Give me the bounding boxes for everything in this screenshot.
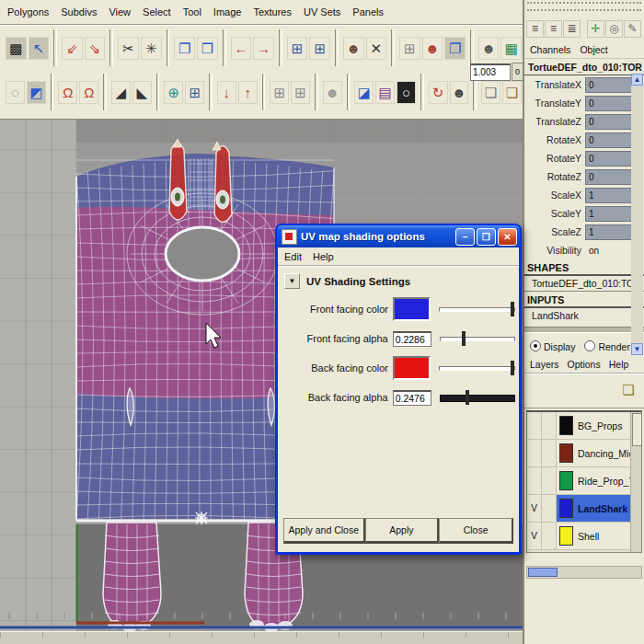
layer-visibility-cell[interactable]: V — [527, 523, 542, 549]
layout-grid-icon[interactable]: ⊞ — [185, 81, 204, 104]
layer-visibility-cell[interactable] — [527, 412, 542, 439]
menu-uv-sets[interactable]: UV Sets — [304, 6, 340, 17]
uv-texture-view-icon[interactable]: ▩ — [6, 37, 27, 60]
back-alpha-input[interactable] — [393, 390, 431, 406]
update-psd-icon[interactable]: ☻ — [450, 81, 469, 104]
maximize-button[interactable]: ❒ — [477, 228, 496, 246]
dialog-menu-edit[interactable]: Edit — [284, 251, 302, 262]
layer-row[interactable]: VShell — [527, 523, 641, 550]
create-layer-icon[interactable]: ❏ — [618, 379, 638, 401]
back-color-slider[interactable] — [439, 359, 515, 377]
zoom-value-input[interactable] — [470, 63, 511, 81]
uv-snapshot-person-icon[interactable]: ☻ — [343, 37, 364, 60]
channel-name[interactable]: TranslateY — [524, 98, 585, 109]
layout-uv-icon[interactable]: ⊕ — [164, 81, 183, 104]
layer-color-swatch[interactable] — [559, 416, 573, 435]
channel-name[interactable]: ScaleZ — [524, 226, 585, 237]
align-v-max-icon[interactable]: ↑ — [238, 81, 258, 104]
display-image-grid-icon[interactable]: ⊞ — [399, 37, 420, 60]
dialog-titlebar[interactable]: UV map shading options – ❒ ✕ — [277, 225, 520, 247]
channel-layout-wide-icon[interactable]: ≣ — [563, 20, 581, 38]
display-radio[interactable]: Display — [530, 340, 575, 352]
layer-row[interactable]: BG_Props — [527, 412, 641, 440]
selected-shell-left[interactable] — [169, 144, 187, 221]
cycle-next-icon[interactable]: → — [253, 37, 274, 60]
input-node-row[interactable]: LandShark — [524, 308, 644, 323]
sew-together-icon[interactable]: ◣ — [132, 81, 152, 104]
close-dialog-button[interactable]: Close — [439, 518, 513, 544]
channel-value[interactable]: on — [585, 243, 632, 259]
slider-handle[interactable] — [511, 361, 514, 375]
texture-ramp-icon[interactable]: ▦ — [500, 37, 522, 60]
channel-value[interactable]: 1 — [585, 224, 632, 240]
display-alpha-icon[interactable]: ○ — [397, 81, 416, 104]
shape-node-row[interactable]: TortueDEF_dto_010:TO — [524, 276, 644, 292]
channel-value[interactable]: 0 — [585, 77, 632, 93]
layer-row[interactable]: Dancing_Michael — [527, 440, 641, 467]
channel-name[interactable]: RotateY — [524, 153, 585, 164]
select-shell-icon[interactable]: ◩ — [27, 81, 46, 104]
layer-menu-layers[interactable]: Layers — [530, 359, 559, 370]
grid-view-icon[interactable]: ⊞ — [287, 37, 308, 60]
unfold-uv-icon[interactable]: ✳ — [141, 37, 162, 60]
layer-menu-help[interactable]: Help — [609, 359, 629, 370]
flip-v-icon[interactable]: ⇘ — [85, 37, 106, 60]
copy-uv-icon[interactable]: ❐ — [174, 37, 195, 60]
apply-button[interactable]: Apply — [365, 518, 440, 544]
menu-select[interactable]: Select — [143, 6, 171, 17]
tile-layout-a-icon[interactable]: ⊞ — [270, 81, 289, 104]
copy-image-icon[interactable]: ❏ — [481, 81, 500, 104]
layer-row[interactable]: VLandShark — [527, 495, 641, 523]
layer-color-swatch[interactable] — [559, 526, 573, 546]
cut-uv-edges-icon[interactable]: ✂ — [118, 37, 139, 60]
channel-value[interactable]: 0 — [585, 151, 632, 167]
menu-polygons[interactable]: Polygons — [7, 6, 49, 17]
grid-locked-view-icon[interactable]: ⊞ — [309, 37, 330, 60]
cycle-prev-icon[interactable]: ← — [231, 37, 252, 60]
layer-playback-cell[interactable] — [542, 523, 557, 549]
toggle-filtered-icon[interactable]: ◪ — [354, 81, 374, 104]
channelbox-menu-object[interactable]: Object — [580, 44, 607, 55]
channel-box-scrollbar[interactable]: ▲ ▼ — [631, 74, 643, 355]
front-color-slider[interactable] — [439, 300, 515, 318]
channel-name[interactable]: RotateZ — [524, 171, 585, 182]
channel-value[interactable]: 0 — [585, 169, 632, 185]
apply-and-close-button[interactable]: Apply and Close — [283, 518, 365, 544]
channel-name[interactable]: ScaleY — [524, 208, 585, 219]
layer-playback-cell[interactable] — [542, 412, 557, 439]
layer-visibility-cell[interactable]: V — [527, 495, 542, 522]
layer-menu-options[interactable]: Options — [568, 359, 601, 370]
menu-subdivs[interactable]: Subdivs — [61, 6, 97, 17]
channel-layout-compact-icon[interactable]: ≡ — [526, 20, 544, 38]
layer-playback-cell[interactable] — [542, 495, 557, 522]
collapse-section-button[interactable]: ▼ — [284, 273, 300, 289]
scroll-up-icon[interactable]: ▲ — [631, 74, 643, 86]
layer-row[interactable]: Ride_Prop_Turtle_t — [527, 467, 641, 495]
align-v-min-icon[interactable]: ↓ — [217, 81, 236, 104]
front-alpha-input[interactable] — [393, 331, 431, 347]
dim-image-icon[interactable]: ☻ — [323, 81, 342, 104]
lasso-select-icon[interactable]: ◌ — [6, 81, 25, 104]
layer-color-swatch[interactable] — [559, 443, 573, 463]
back-alpha-slider[interactable] — [440, 388, 515, 407]
menu-tool[interactable]: Tool — [183, 6, 201, 17]
channel-name[interactable]: ScaleX — [524, 190, 585, 201]
layer-list-scrollbar[interactable] — [630, 412, 641, 552]
channel-box-node-title[interactable]: TortueDEF_dto_010:TOR — [524, 59, 644, 75]
rotate-ccw-icon[interactable]: Ω — [58, 81, 77, 104]
back-color-swatch[interactable] — [393, 356, 431, 380]
shaded-uv-display-icon[interactable]: ☻ — [422, 37, 443, 60]
paste-uv-icon[interactable]: ❒ — [197, 37, 218, 60]
layer-playback-cell[interactable] — [542, 467, 557, 494]
channel-value[interactable]: 1 — [585, 188, 632, 203]
paste-image-icon[interactable]: ❏ — [502, 81, 522, 104]
minimize-button[interactable]: – — [455, 228, 475, 246]
move-uv-shell-icon[interactable]: ↖ — [29, 37, 50, 60]
channel-value[interactable]: 0 — [585, 114, 632, 130]
front-alpha-slider[interactable] — [440, 329, 515, 348]
channel-name[interactable]: Visibility — [524, 245, 585, 256]
menu-image[interactable]: Image — [213, 6, 242, 17]
layer-color-swatch[interactable] — [559, 471, 573, 490]
panel-grab-handle[interactable] — [527, 2, 641, 7]
selected-shell-right[interactable] — [214, 146, 232, 223]
